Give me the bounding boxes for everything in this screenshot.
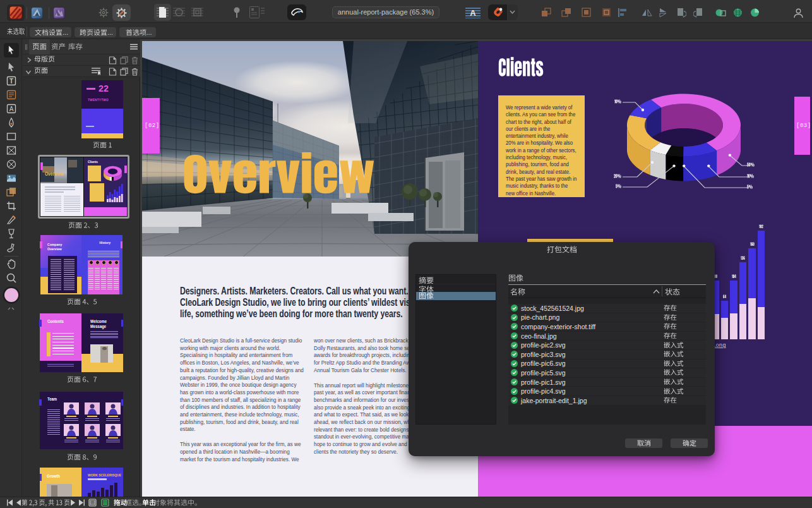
svg-text:A: A (9, 106, 14, 112)
svg-text:T: T (9, 78, 13, 85)
svg-text:A: A (470, 8, 476, 18)
